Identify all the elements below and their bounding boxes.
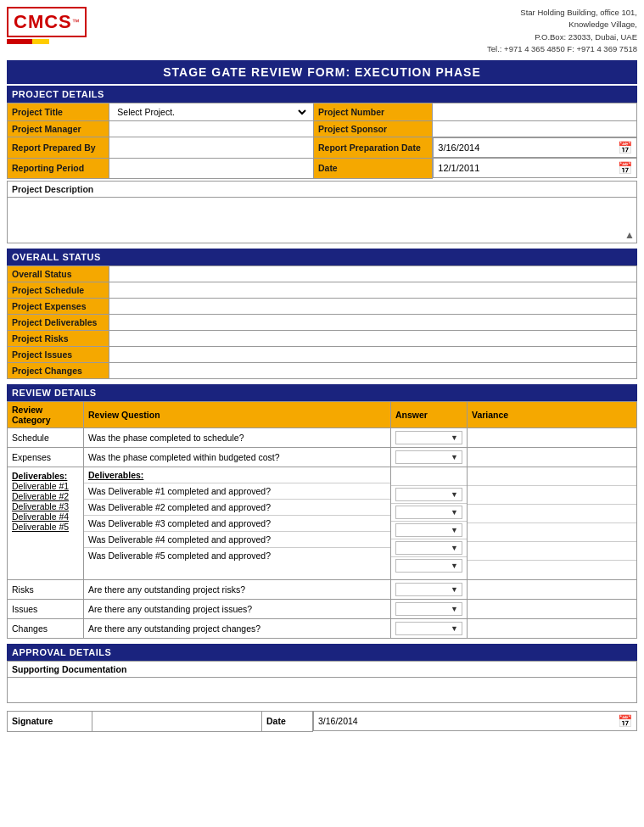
review-changes-row: Changes Are there any outstanding projec…: [8, 618, 637, 638]
changes-variance[interactable]: [468, 618, 637, 638]
risks-answer-cell[interactable]: ▼: [391, 579, 468, 599]
project-title-cell[interactable]: Select Project.: [109, 103, 314, 121]
report-prep-date-label: Report Preparation Date: [313, 137, 432, 159]
deliverable-3-dropdown[interactable]: ▼: [395, 523, 462, 537]
reporting-period-cell[interactable]: [109, 158, 314, 178]
schedule-question: Was the phase completed to schedule?: [84, 427, 391, 447]
expenses-answer-cell[interactable]: ▼: [391, 447, 468, 467]
project-risks-value[interactable]: [109, 330, 637, 346]
project-description-area[interactable]: ▲: [7, 197, 637, 243]
signature-label: Signature: [8, 711, 92, 731]
project-changes-label: Project Changes: [8, 362, 109, 378]
project-changes-value[interactable]: [109, 362, 637, 378]
d5-variance-input[interactable]: [472, 562, 632, 573]
changes-answer-dropdown[interactable]: ▼: [395, 622, 462, 635]
risks-answer-dropdown[interactable]: ▼: [395, 583, 462, 596]
company-name: CMCS: [14, 11, 72, 33]
project-manager-row: Project Manager Project Sponsor: [8, 121, 637, 137]
deliverable-1-dropdown[interactable]: ▼: [395, 488, 462, 501]
project-sponsor-cell[interactable]: [433, 121, 637, 137]
overall-status-header: OVERALL STATUS: [7, 249, 637, 265]
deliverable-2-dropdown[interactable]: ▼: [395, 506, 462, 519]
review-category-col-header: Review Category: [8, 401, 84, 427]
project-issues-value[interactable]: [109, 346, 637, 362]
report-prepared-by-label: Report Prepared By: [8, 137, 109, 159]
project-deliverables-input[interactable]: [114, 317, 632, 327]
deliverable-2-answer[interactable]: ▼: [391, 504, 467, 522]
schedule-answer-dropdown[interactable]: ▼: [395, 431, 462, 444]
issues-answer-cell[interactable]: ▼: [391, 599, 468, 618]
project-number-cell[interactable]: [433, 103, 637, 121]
deliverable-3-answer[interactable]: ▼: [391, 522, 467, 539]
project-deliverables-value[interactable]: [109, 314, 637, 330]
deliverable-5-answer[interactable]: ▼: [391, 557, 467, 574]
calendar-icon-3[interactable]: 📅: [618, 714, 632, 728]
calendar-icon-1[interactable]: 📅: [618, 141, 632, 154]
project-expenses-value[interactable]: [109, 298, 637, 314]
report-prepared-by-cell[interactable]: [109, 137, 314, 159]
calendar-icon-2[interactable]: 📅: [618, 161, 632, 175]
deliverable-1-answer[interactable]: ▼: [391, 486, 467, 504]
deliverable-5-dropdown[interactable]: ▼: [395, 559, 462, 573]
risks-variance[interactable]: [468, 579, 637, 599]
project-changes-input[interactable]: [114, 366, 632, 376]
risks-variance-input[interactable]: [472, 584, 632, 595]
project-risks-input[interactable]: [114, 333, 632, 344]
project-deliverables-label: Project Deliverables: [8, 314, 109, 330]
issues-variance[interactable]: [468, 599, 637, 618]
supporting-doc-content[interactable]: [8, 677, 637, 702]
d3-variance-input[interactable]: [472, 525, 632, 535]
changes-answer-cell[interactable]: ▼: [391, 618, 468, 638]
supporting-doc-input[interactable]: [12, 685, 632, 695]
d1-variance-input[interactable]: [472, 488, 632, 498]
changes-category: Changes: [8, 618, 84, 638]
project-sponsor-input[interactable]: [437, 124, 632, 134]
d4-variance[interactable]: [468, 542, 636, 561]
schedule-variance[interactable]: [468, 427, 637, 447]
d4-variance-input[interactable]: [472, 544, 632, 554]
schedule-category: Schedule: [8, 427, 84, 447]
changes-variance-input[interactable]: [472, 623, 632, 634]
project-number-input[interactable]: [437, 107, 632, 117]
d3-variance[interactable]: [468, 523, 636, 542]
reporting-period-row: Reporting Period Date 12/1/2011 📅: [8, 158, 637, 178]
project-expenses-input[interactable]: [114, 301, 632, 311]
deliverable-5-label: Deliverable #5: [12, 522, 79, 532]
expenses-answer-dropdown[interactable]: ▼: [395, 450, 462, 464]
logo-stripe: [7, 39, 49, 44]
approval-doc-content-row: [8, 677, 637, 702]
dropdown-arrow-schedule: ▼: [451, 433, 458, 442]
project-manager-input[interactable]: [114, 124, 309, 134]
deliverable-3-question: Was Deliverable #3 completed and approve…: [84, 516, 390, 532]
project-manager-cell[interactable]: [109, 121, 314, 137]
schedule-answer-cell[interactable]: ▼: [391, 427, 468, 447]
d2-variance-input[interactable]: [472, 506, 632, 517]
project-title-select[interactable]: Select Project.: [114, 106, 309, 118]
overall-status-value[interactable]: [109, 265, 637, 282]
approval-date-cell: 3/16/2014 📅: [313, 711, 637, 731]
dropdown-arrow-changes: ▼: [451, 624, 458, 633]
d2-variance[interactable]: [468, 505, 636, 523]
reporting-period-input[interactable]: [114, 163, 309, 173]
schedule-variance-input[interactable]: [472, 433, 632, 443]
report-prepared-by-input[interactable]: [114, 142, 309, 153]
signature-input[interactable]: [97, 716, 257, 726]
d4-arrow: ▼: [451, 544, 458, 552]
project-schedule-input[interactable]: [114, 285, 632, 295]
project-description-input[interactable]: [10, 200, 634, 240]
project-issues-input[interactable]: [114, 349, 632, 360]
d5-variance[interactable]: [468, 561, 636, 579]
company-address: Star Holding Building, office 101, Knowl…: [487, 7, 637, 55]
signature-input-cell[interactable]: [92, 711, 262, 731]
expenses-variance[interactable]: [468, 447, 637, 467]
d1-variance[interactable]: [468, 486, 636, 505]
overall-status-input[interactable]: [114, 269, 632, 279]
project-schedule-value[interactable]: [109, 282, 637, 298]
deliverable-4-answer[interactable]: ▼: [391, 539, 467, 557]
deliverable-4-dropdown[interactable]: ▼: [395, 541, 462, 555]
review-variance-col-header: Variance: [468, 401, 637, 427]
expenses-variance-input[interactable]: [472, 452, 632, 462]
issues-answer-dropdown[interactable]: ▼: [395, 602, 462, 616]
deliverable-4-question: Was Deliverable #4 completed and approve…: [84, 532, 390, 548]
issues-variance-input[interactable]: [472, 604, 632, 614]
